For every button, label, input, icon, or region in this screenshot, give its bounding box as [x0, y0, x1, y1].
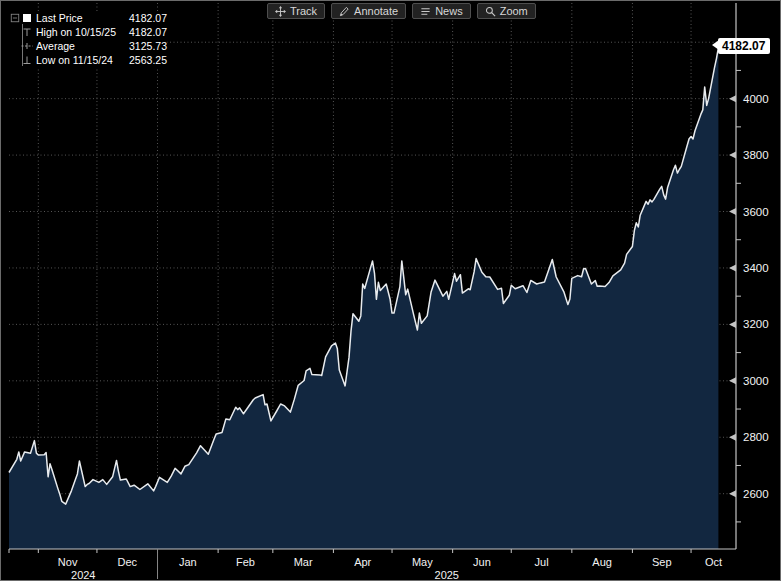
- y-major-tick: [729, 490, 736, 497]
- chart-legend: Last Price 4182.07 High on 10/15/25 4182…: [9, 11, 167, 67]
- year-label: 2025: [435, 569, 459, 581]
- annotate-pencil-icon: [339, 6, 350, 17]
- price-chart[interactable]: 260028003000320034003600380040004200NovD…: [1, 1, 781, 581]
- y-major-tick: [729, 264, 736, 271]
- news-lines-icon: [420, 6, 431, 17]
- low-marker-icon: [21, 54, 33, 66]
- last-price-marker-icon: [21, 12, 33, 24]
- legend-label-last-price: Last Price: [36, 12, 83, 24]
- legend-value-average: 3125.73: [129, 40, 167, 52]
- magnifier-icon: [485, 6, 496, 17]
- track-icon: [275, 6, 286, 17]
- y-axis-label: 3800: [743, 149, 769, 161]
- month-label: Jan: [179, 556, 197, 568]
- collapse-box-icon[interactable]: [9, 12, 21, 24]
- y-major-tick: [729, 208, 736, 215]
- legend-row-high[interactable]: High on 10/15/25 4182.07: [9, 25, 167, 39]
- legend-label-high: High on 10/15/25: [36, 26, 116, 38]
- legend-label-low: Low on 11/15/24: [36, 54, 113, 66]
- y-major-tick: [729, 95, 736, 102]
- news-button-label: News: [435, 4, 463, 18]
- zoom-button[interactable]: Zoom: [477, 3, 536, 19]
- y-axis-label: 3200: [743, 318, 769, 330]
- month-label: Feb: [236, 556, 255, 568]
- y-major-tick: [729, 152, 736, 159]
- y-axis-label: 4000: [743, 93, 769, 105]
- y-axis-label: 3400: [743, 262, 769, 274]
- y-axis-label: 3600: [743, 206, 769, 218]
- month-label: Mar: [294, 556, 313, 568]
- year-label: 2024: [71, 569, 95, 581]
- chart-toolbar: Track Annotate News Zoom: [267, 3, 536, 19]
- y-axis-label: 2800: [743, 431, 769, 443]
- legend-value-high: 4182.07: [129, 26, 167, 38]
- y-major-tick: [729, 321, 736, 328]
- high-marker-icon: [21, 26, 33, 38]
- last-price-badge: 4182.07: [718, 38, 770, 54]
- month-label: Jul: [535, 556, 549, 568]
- y-major-tick: [729, 434, 736, 441]
- zoom-button-label: Zoom: [500, 4, 528, 18]
- legend-label-average: Average: [36, 40, 75, 52]
- annotate-button[interactable]: Annotate: [331, 3, 406, 19]
- month-label: Jun: [473, 556, 491, 568]
- y-axis-label: 2600: [743, 488, 769, 500]
- y-major-tick: [729, 377, 736, 384]
- area-fill: [9, 47, 718, 549]
- chart-window: 260028003000320034003600380040004200NovD…: [0, 0, 781, 581]
- legend-value-low: 2563.25: [129, 54, 167, 66]
- month-label: Nov: [58, 556, 78, 568]
- legend-value-last-price: 4182.07: [129, 12, 167, 24]
- legend-row-last-price[interactable]: Last Price 4182.07: [9, 11, 167, 25]
- y-axis-label: 3000: [743, 375, 769, 387]
- month-label: Aug: [592, 556, 612, 568]
- track-button-label: Track: [290, 4, 317, 18]
- month-label: May: [412, 556, 433, 568]
- legend-row-low[interactable]: Low on 11/15/24 2563.25: [9, 53, 167, 67]
- track-button[interactable]: Track: [267, 3, 325, 19]
- average-marker-icon: [21, 40, 33, 52]
- annotate-button-label: Annotate: [354, 4, 398, 18]
- legend-row-average[interactable]: Average 3125.73: [9, 39, 167, 53]
- news-button[interactable]: News: [412, 3, 471, 19]
- month-label: Apr: [354, 556, 371, 568]
- month-label: Oct: [705, 556, 722, 568]
- month-label: Dec: [117, 556, 137, 568]
- month-label: Sep: [652, 556, 672, 568]
